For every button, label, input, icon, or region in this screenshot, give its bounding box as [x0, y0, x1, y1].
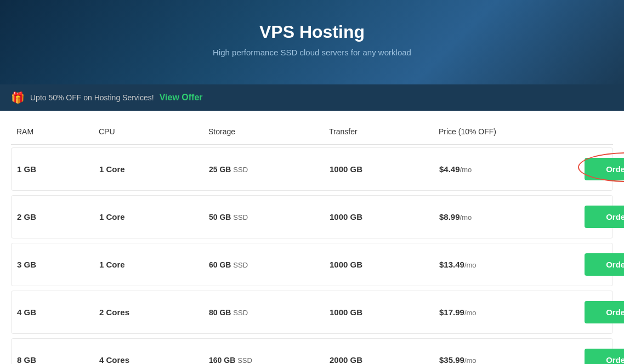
promo-text: Upto 50% OFF on Hosting Services! — [30, 93, 154, 102]
order-now-button[interactable]: Order Now — [585, 253, 624, 276]
plans-container: 1 GB 1 Core 25 GB SSD 1000 GB $4.49/mo O… — [11, 147, 613, 364]
view-offer-link[interactable]: View Offer — [160, 93, 203, 103]
table-row: 8 GB 4 Cores 160 GB SSD 2000 GB $35.99/m… — [11, 338, 613, 364]
plan-action: Order Now — [571, 349, 624, 364]
plan-price: $17.99/mo — [439, 308, 571, 317]
plan-ram: 8 GB — [17, 355, 99, 364]
hero-title: VPS Hosting — [11, 22, 613, 42]
order-now-button[interactable]: Order Now — [585, 206, 624, 228]
plan-ram: 2 GB — [17, 212, 99, 221]
plan-ram: 4 GB — [17, 308, 99, 317]
plan-action: Order Now — [571, 301, 624, 323]
table-row: 1 GB 1 Core 25 GB SSD 1000 GB $4.49/mo O… — [11, 147, 613, 191]
promo-icon: 🎁 — [11, 91, 25, 104]
header-transfer: Transfer — [329, 127, 439, 136]
plan-transfer: 1000 GB — [330, 260, 439, 269]
main-content: RAM CPU Storage Transfer Price (10% OFF)… — [0, 111, 624, 364]
order-button-wrapper: Order Now — [585, 158, 624, 180]
header-action — [570, 127, 624, 136]
table-row: 3 GB 1 Core 60 GB SSD 1000 GB $13.49/mo … — [11, 243, 613, 286]
hero-subtitle: High performance SSD cloud servers for a… — [11, 48, 613, 57]
plan-price: $8.99/mo — [439, 212, 571, 221]
order-now-button[interactable]: Order Now — [585, 301, 624, 323]
plan-cpu: 2 Cores — [99, 308, 209, 317]
plan-storage: 160 GB SSD — [209, 356, 330, 365]
plan-cpu: 4 Cores — [99, 355, 209, 364]
table-header: RAM CPU Storage Transfer Price (10% OFF) — [11, 127, 613, 145]
plan-price: $13.49/mo — [439, 260, 571, 269]
header-cpu: CPU — [99, 127, 208, 136]
order-now-button[interactable]: Order Now — [585, 349, 624, 364]
plan-action: Order Now — [571, 158, 624, 180]
header-price: Price (10% OFF) — [439, 127, 570, 136]
table-row: 2 GB 1 Core 50 GB SSD 1000 GB $8.99/mo O… — [11, 195, 613, 238]
plan-transfer: 2000 GB — [330, 355, 439, 364]
plan-cpu: 1 Core — [99, 260, 209, 269]
plan-price: $35.99/mo — [439, 355, 571, 364]
plan-storage: 25 GB SSD — [209, 165, 330, 174]
table-row: 4 GB 2 Cores 80 GB SSD 1000 GB $17.99/mo… — [11, 291, 613, 334]
plan-transfer: 1000 GB — [330, 308, 439, 317]
plan-price: $4.49/mo — [439, 164, 571, 174]
header-ram: RAM — [16, 127, 99, 136]
plan-transfer: 1000 GB — [330, 212, 439, 221]
plan-transfer: 1000 GB — [330, 164, 439, 174]
plan-cpu: 1 Core — [99, 164, 209, 174]
plan-cpu: 1 Core — [99, 212, 209, 221]
plan-action: Order Now — [571, 206, 624, 228]
plan-ram: 3 GB — [17, 260, 99, 269]
promo-bar: 🎁 Upto 50% OFF on Hosting Services! View… — [0, 84, 624, 111]
plan-ram: 1 GB — [17, 164, 99, 174]
plan-storage: 60 GB SSD — [209, 260, 330, 269]
plan-storage: 80 GB SSD — [209, 308, 330, 317]
plan-storage: 50 GB SSD — [209, 213, 330, 221]
hero-section: VPS Hosting High performance SSD cloud s… — [0, 0, 624, 84]
order-now-button[interactable]: Order Now — [585, 158, 624, 180]
header-storage: Storage — [208, 127, 329, 136]
plan-action: Order Now — [571, 253, 624, 276]
